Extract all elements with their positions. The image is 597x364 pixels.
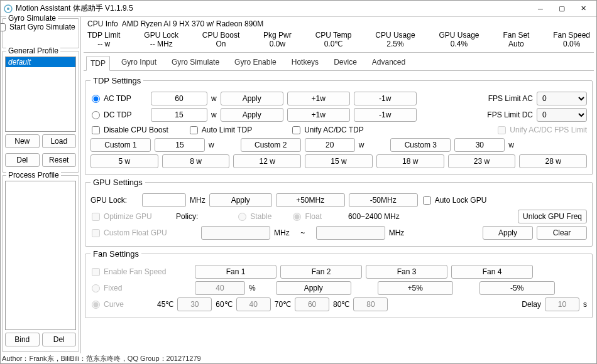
enable-fan-label: Enable Fan Speed xyxy=(104,267,166,276)
process-profile-title: Process Profile xyxy=(6,171,61,179)
tab-tdp[interactable]: TDP xyxy=(86,56,110,71)
auto-limit-tdp-checkbox[interactable]: Auto Limit TDP xyxy=(189,126,252,134)
custom-float-gpu-input xyxy=(92,229,100,237)
tab-gyro-input[interactable]: Gyro Input xyxy=(118,55,160,70)
enable-fan-checkbox: Enable Fan Speed xyxy=(90,267,191,276)
ac-tdp-input[interactable] xyxy=(151,92,207,105)
bind-button[interactable]: Bind xyxy=(5,333,40,346)
auto-limit-tdp-input[interactable] xyxy=(190,126,198,134)
dc-minus1w-button[interactable]: -1w xyxy=(354,108,417,122)
main-panel: CPU Info AMD Ryzen AI 9 HX 370 w/ Radeon… xyxy=(81,17,596,353)
tab-bar: TDPGyro InputGyro SimulateGyro EnableHot… xyxy=(84,53,594,71)
start-gyro-input[interactable] xyxy=(0,23,6,31)
fan-fixed-input xyxy=(195,281,245,295)
gpu-plus50-button[interactable]: +50MHz xyxy=(276,193,345,207)
fan-plus5-button[interactable]: +5% xyxy=(378,281,453,295)
fan4-button[interactable]: Fan 4 xyxy=(451,265,533,279)
fan-apply-button[interactable]: Apply xyxy=(276,281,351,295)
custom3-button[interactable]: Custom 3 xyxy=(390,138,451,152)
curve-v4 xyxy=(353,297,388,311)
maximize-button[interactable]: ▢ xyxy=(551,1,572,16)
ac-apply-button[interactable]: Apply xyxy=(221,92,283,105)
tab-gyro-simulate[interactable]: Gyro Simulate xyxy=(168,55,223,70)
ac-plus1w-button[interactable]: +1w xyxy=(287,92,350,105)
fps-limit-ac-label: FPS Limit AC xyxy=(488,94,533,103)
float-clear-button[interactable]: Clear xyxy=(537,226,587,240)
disable-cpu-boost-input[interactable] xyxy=(92,126,100,134)
svg-point-1 xyxy=(7,8,9,10)
dc-tdp-input[interactable] xyxy=(151,108,207,122)
optimize-gpu-checkbox: Optimize GPU xyxy=(90,212,172,221)
gpu-minus50-button[interactable]: -50MHz xyxy=(349,193,418,207)
new-button[interactable]: New xyxy=(5,134,40,148)
minimize-button[interactable]: ─ xyxy=(530,1,551,16)
float-max-input xyxy=(316,226,385,240)
tab-gyro-enable[interactable]: Gyro Enable xyxy=(231,55,280,70)
fps-limit-dc-select[interactable]: 0 xyxy=(537,108,587,122)
stat-fan-speed: Fan Speed0.0% xyxy=(553,31,590,48)
load-button[interactable]: Load xyxy=(42,134,77,148)
dc-apply-button[interactable]: Apply xyxy=(221,108,283,122)
unify-fps-checkbox: Unify AC/DC FPS Limit xyxy=(496,126,587,134)
custom1-input[interactable] xyxy=(155,138,205,152)
fps-limit-dc-label: FPS Limit DC xyxy=(487,110,533,119)
del2-button[interactable]: Del xyxy=(42,333,77,346)
reset-button[interactable]: Reset xyxy=(42,153,77,167)
del-button[interactable]: Del xyxy=(5,153,40,167)
cpu-info-row: CPU Info AMD Ryzen AI 9 HX 370 w/ Radeon… xyxy=(84,18,594,29)
fan2-button[interactable]: Fan 2 xyxy=(280,265,362,279)
preset-5w[interactable]: 5 w xyxy=(90,154,158,168)
tab-hotkeys[interactable]: Hotkeys xyxy=(288,55,322,70)
unlock-gpu-button[interactable]: Unlock GPU Freq xyxy=(518,210,587,223)
gyro-panel-title: Gyro Simulate xyxy=(6,14,58,23)
tdp-settings-fieldset: TDP Settings AC TDP w Apply +1w -1w FPS … xyxy=(85,76,593,175)
auto-lock-gpu-checkbox[interactable]: Auto Lock GPU xyxy=(422,196,487,205)
dc-plus1w-button[interactable]: +1w xyxy=(287,108,350,122)
dc-tdp-radio[interactable]: DC TDP xyxy=(90,110,147,119)
auto-lock-gpu-input[interactable] xyxy=(423,196,431,205)
general-profile-list[interactable]: default xyxy=(5,56,76,132)
close-button[interactable]: ✕ xyxy=(572,1,594,16)
gpu-apply-button[interactable]: Apply xyxy=(209,193,272,207)
fps-limit-ac-select[interactable]: 0 xyxy=(537,92,587,105)
preset-23w[interactable]: 23 w xyxy=(448,154,516,168)
ac-tdp-radio-input[interactable] xyxy=(92,95,100,103)
custom2-button[interactable]: Custom 2 xyxy=(241,138,301,152)
fan1-button[interactable]: Fan 1 xyxy=(195,265,277,279)
fan-settings-fieldset: Fan Settings Enable Fan Speed Fan 1 Fan … xyxy=(85,249,593,318)
custom3-input[interactable] xyxy=(454,138,505,152)
ac-tdp-radio[interactable]: AC TDP xyxy=(90,94,147,103)
mhz2: MHz xyxy=(274,228,290,237)
preset-8w[interactable]: 8 w xyxy=(162,154,230,168)
cpu-info-label: CPU Info xyxy=(87,19,118,28)
custom2-input[interactable] xyxy=(305,138,355,152)
stat-gpu-usage: GPU Usage0.4% xyxy=(439,31,479,48)
fan-minus5-button[interactable]: -5% xyxy=(479,281,555,295)
tilde-label: ~ xyxy=(293,228,312,237)
preset-18w[interactable]: 18 w xyxy=(376,154,444,168)
curve-v1 xyxy=(177,297,212,311)
s-label: s xyxy=(583,300,587,309)
start-gyro-checkbox[interactable]: Start Gyro Simulate xyxy=(0,23,76,31)
preset-15w[interactable]: 15 w xyxy=(305,154,373,168)
ac-minus1w-button[interactable]: -1w xyxy=(354,92,417,105)
pct-label: % xyxy=(249,284,256,292)
unify-tdp-label: Unify AC/DC TDP xyxy=(304,126,363,134)
gpu-lock-input[interactable] xyxy=(142,193,186,207)
dc-tdp-radio-input[interactable] xyxy=(92,111,100,119)
unify-fps-input xyxy=(498,126,506,134)
unify-tdp-input[interactable] xyxy=(292,126,300,134)
preset-12w[interactable]: 12 w xyxy=(233,154,301,168)
enable-fan-input xyxy=(92,268,100,276)
tab-device[interactable]: Device xyxy=(330,55,361,70)
float-apply-button[interactable]: Apply xyxy=(483,226,533,240)
custom1-button[interactable]: Custom 1 xyxy=(90,138,151,152)
tab-advanced[interactable]: Advanced xyxy=(368,55,409,70)
fan3-button[interactable]: Fan 3 xyxy=(366,265,447,279)
process-profile-list[interactable] xyxy=(5,181,76,330)
unify-tdp-checkbox[interactable]: Unify AC/DC TDP xyxy=(291,126,363,134)
preset-28w[interactable]: 28 w xyxy=(519,154,587,168)
disable-cpu-boost-checkbox[interactable]: Disable CPU Boost xyxy=(90,126,168,134)
stat-tdp-limit: TDP Limit-- w xyxy=(87,31,120,48)
profile-default[interactable]: default xyxy=(6,57,75,67)
